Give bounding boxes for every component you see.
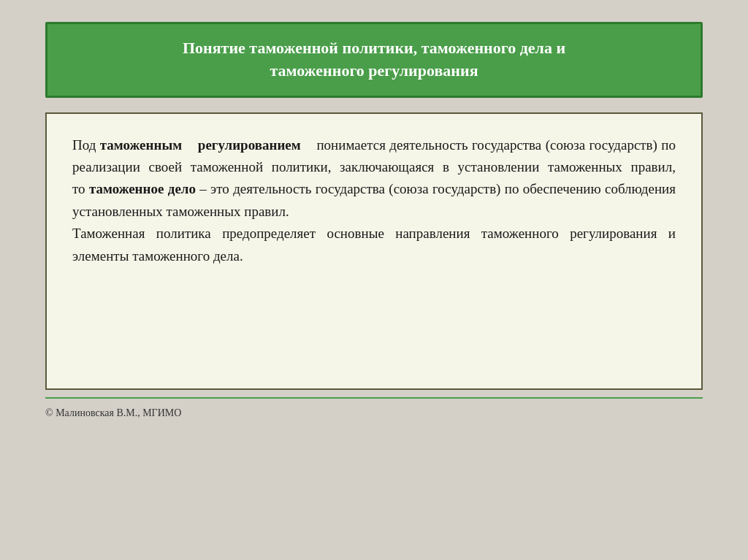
bold-term2: таможенное дело (89, 181, 196, 196)
footer-copyright: © Малиновская В.М., МГИМО (45, 407, 181, 418)
paragraph1-intro: Под таможенным регулированием понимается… (72, 137, 676, 219)
title-box: Понятие таможенной политики, таможенного… (45, 22, 703, 98)
title-text: Понятие таможенной политики, таможенного… (69, 37, 679, 83)
bold-term1: таможенным регулированием (100, 137, 301, 153)
content-box: Под таможенным регулированием понимается… (45, 112, 703, 390)
footer-divider (45, 397, 703, 399)
slide-container: Понятие таможенной политики, таможенного… (45, 22, 703, 390)
content-text: Под таможенным регулированием понимается… (72, 134, 676, 267)
footer-area: © Малиновская В.М., МГИМО (45, 397, 703, 419)
title-line2: таможенного регулирования (270, 61, 478, 80)
paragraph2-text: Таможенная политика предопределяет основ… (72, 226, 676, 263)
title-line1: Понятие таможенной политики, таможенного… (183, 39, 565, 57)
